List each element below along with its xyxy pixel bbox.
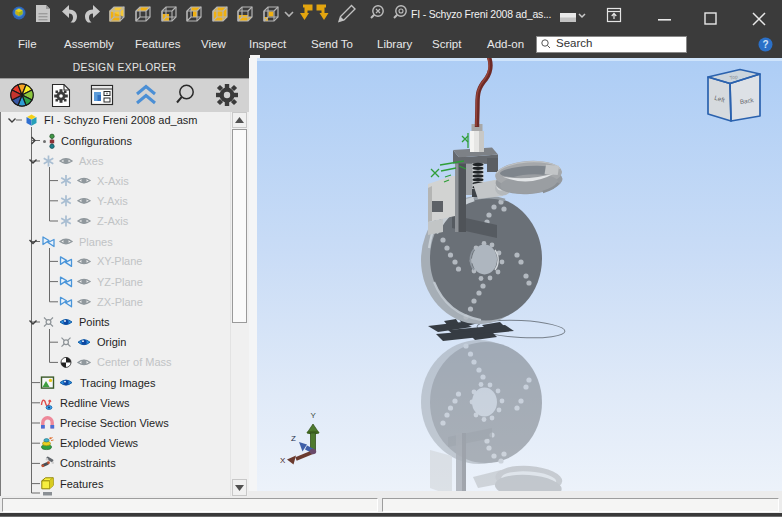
svg-text:Center of Mass: Center of Mass	[97, 356, 172, 368]
svg-text:Points: Points	[79, 316, 110, 328]
svg-text:Features: Features	[60, 478, 104, 490]
svg-text:Exploded Views: Exploded Views	[60, 437, 139, 449]
svg-text:YZ-Plane: YZ-Plane	[97, 276, 143, 288]
svg-text:Y-Axis: Y-Axis	[97, 195, 128, 207]
svg-text:ZX-Plane: ZX-Plane	[97, 296, 143, 308]
svg-text:X: X	[280, 456, 286, 465]
svg-text:XY-Plane: XY-Plane	[97, 255, 142, 267]
svg-text:Z: Z	[291, 434, 296, 443]
svg-text:Constraints: Constraints	[60, 457, 116, 469]
svg-text:Configurations: Configurations	[61, 135, 132, 147]
svg-text:Z-Axis: Z-Axis	[97, 215, 129, 227]
svg-text:Origin: Origin	[97, 336, 126, 348]
svg-text:FI - Schyzo Freni 2008 ad_asm: FI - Schyzo Freni 2008 ad_asm	[44, 114, 197, 126]
svg-text:Planes: Planes	[79, 236, 113, 248]
svg-text:Redline Views: Redline Views	[60, 397, 130, 409]
svg-text:Axes: Axes	[79, 155, 104, 167]
svg-text:Tracing Images: Tracing Images	[80, 377, 156, 389]
svg-text:X-Axis: X-Axis	[97, 175, 129, 187]
svg-text:Y: Y	[311, 411, 317, 420]
svg-text:Precise Section Views: Precise Section Views	[60, 417, 169, 429]
svg-text:?: ?	[762, 39, 768, 50]
